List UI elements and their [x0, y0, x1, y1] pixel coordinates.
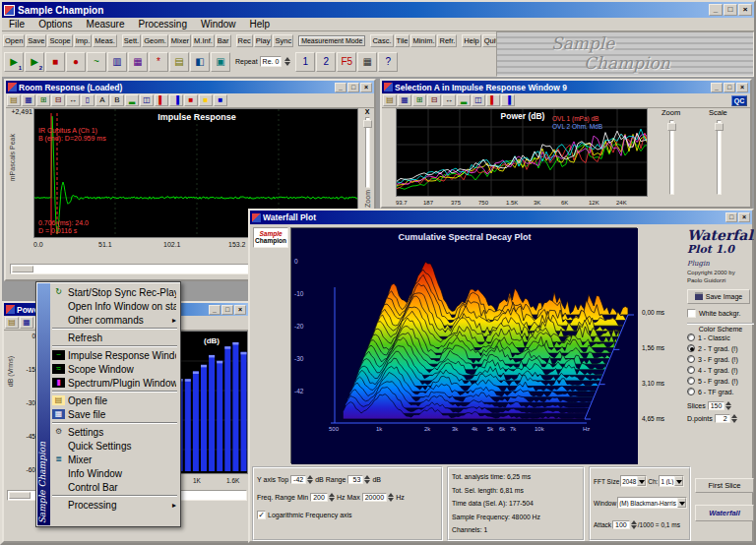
toolbar-extra-button-1[interactable]: 1 — [295, 52, 315, 72]
minimize-button[interactable]: _ — [335, 83, 346, 92]
room-tool-icon-13[interactable]: ■ — [184, 94, 198, 106]
toolbar-icon-button-9[interactable]: ▤ — [169, 52, 189, 72]
toolbar-button-meas[interactable]: Meas. — [93, 34, 116, 47]
spin-down-icon[interactable] — [284, 62, 290, 66]
toolbar-icon-button-2[interactable]: ▶2 — [25, 52, 44, 72]
zoom-slider[interactable] — [669, 120, 674, 195]
room-tool-icon-4[interactable]: ⊟ — [51, 94, 65, 106]
scrollbar-thumb[interactable] — [9, 492, 31, 499]
toolbar-icon-button-8[interactable]: * — [149, 52, 168, 72]
slices-spinner[interactable]: 150 — [708, 401, 732, 410]
toolbar-button-sync[interactable]: Sync — [273, 34, 293, 47]
sel-tool-icon-2[interactable]: ▦ — [398, 94, 411, 106]
menu-item-processing[interactable]: Processing▸ — [50, 498, 179, 512]
room-tool-icon-6[interactable]: ▯ — [81, 94, 94, 106]
menu-measure[interactable]: Measure — [80, 19, 132, 30]
toolbar-button-bar[interactable]: Bar — [216, 34, 231, 47]
spec-tool-icon-2[interactable]: ▦ — [20, 317, 33, 329]
maximize-button[interactable]: □ — [724, 4, 737, 16]
sel-tool-icon-9[interactable]: ▐ — [501, 94, 515, 106]
white-backgr-checkbox[interactable] — [687, 309, 696, 318]
menu-item-scope-window[interactable]: ≈Scope Window — [50, 362, 179, 376]
toolbar-extra-button-4[interactable]: ▦ — [357, 52, 377, 72]
toolbar-button-play[interactable]: Play — [254, 34, 273, 47]
sel-tool-icon-8[interactable]: ▌ — [486, 94, 500, 106]
fft-size-dropdown[interactable]: 2048 — [620, 475, 647, 487]
menu-item-mixer[interactable]: ≣Mixer — [50, 453, 179, 466]
max-freq-spinner[interactable]: 20000 — [362, 493, 394, 502]
close-button[interactable]: × — [234, 305, 246, 315]
menu-item-other-commands[interactable]: Other commands▸ — [50, 313, 179, 327]
room-tool-icon-5[interactable]: ↔ — [66, 94, 80, 106]
menu-options[interactable]: Options — [32, 19, 79, 30]
zoom-slider[interactable] — [365, 117, 370, 188]
menu-item-quick-settings[interactable]: Quick Settings — [50, 439, 179, 453]
menu-item-settings[interactable]: ⚙Settings — [50, 425, 179, 439]
menu-item-save-file[interactable]: ▦Save file — [50, 407, 179, 421]
dpoints-spinner[interactable]: 2 — [715, 414, 737, 423]
toolbar-icon-button-1[interactable]: ▶1 — [4, 52, 24, 72]
maximize-button[interactable]: □ — [724, 83, 735, 92]
qc-button[interactable]: QC — [731, 95, 747, 106]
room-tool-icon-2[interactable]: ▦ — [22, 94, 35, 106]
toolbar-extra-button-2[interactable]: 2 — [316, 52, 336, 72]
toolbar-button-sett[interactable]: Sett. — [122, 34, 141, 47]
menu-help[interactable]: Help — [243, 19, 278, 30]
toolbar-icon-button-6[interactable]: ▥ — [107, 52, 127, 72]
window-dropdown[interactable]: (M) Blackman-Harris — [617, 497, 687, 509]
waterfall-button[interactable]: Waterfall — [695, 505, 754, 521]
toolbar-button-geom[interactable]: Geom. — [142, 34, 168, 47]
room-tool-icon-11[interactable]: ▌ — [155, 94, 168, 106]
toolbar-button-refr[interactable]: Refr. — [437, 34, 457, 47]
sel-tool-icon-7[interactable]: ◫ — [472, 94, 485, 106]
menu-item-open-file[interactable]: ▤Open file — [50, 394, 179, 407]
minimize-button[interactable]: _ — [711, 83, 723, 92]
selection-titlebar[interactable]: Selection A in Impulse Response Window 9… — [382, 81, 750, 93]
toolbar-button-quit[interactable]: Quit — [482, 34, 496, 47]
menu-item-open-info-window-on-start[interactable]: Open Info Window on start — [50, 299, 179, 313]
room-tool-icon-9[interactable]: ▂ — [125, 94, 139, 106]
toolbar-button-save[interactable]: Save — [26, 34, 46, 47]
scale-slider[interactable] — [717, 120, 722, 195]
close-button[interactable]: × — [736, 83, 748, 92]
dropdown-arrow-icon[interactable] — [637, 476, 646, 486]
y-top-spinner[interactable]: -42 — [290, 475, 313, 484]
toolbar-button-mixer[interactable]: Mixer — [169, 34, 191, 47]
toolbar-icon-button-4[interactable]: ● — [66, 52, 86, 72]
toolbar-button-scope[interactable]: Scope — [47, 34, 72, 47]
toolbar-button-imp[interactable]: Imp. — [74, 34, 93, 47]
slider-thumb[interactable] — [715, 123, 724, 131]
spin-up-icon[interactable] — [284, 57, 290, 61]
range-spinner[interactable]: 53 — [347, 475, 370, 484]
maximize-button[interactable]: □ — [221, 305, 233, 315]
menu-file[interactable]: File — [2, 19, 32, 30]
menu-item-info-window[interactable]: Info Window — [50, 466, 179, 480]
min-freq-spinner[interactable]: 200 — [310, 493, 335, 502]
toolbar-button-open[interactable]: Open — [3, 34, 25, 47]
color-scheme-option-4[interactable]: 4 - T grad. (!) — [687, 365, 754, 376]
main-titlebar[interactable]: Sample Champion _ □ × — [2, 2, 754, 18]
toolbar-button-tile[interactable]: Tile — [395, 34, 410, 47]
color-scheme-option-5[interactable]: 5 - F grad. (!) — [687, 376, 754, 387]
room-tool-icon-12[interactable]: ▐ — [169, 94, 183, 106]
slider-thumb[interactable] — [667, 123, 676, 131]
room-tool-icon-3[interactable]: ⊞ — [36, 94, 50, 106]
room-tool-icon-8[interactable]: B — [110, 94, 124, 106]
toolbar-icon-button-5[interactable]: ~ — [87, 52, 106, 72]
close-button[interactable]: × — [738, 212, 750, 222]
toolbar-button-help[interactable]: Help — [462, 34, 480, 47]
menu-item-control-bar[interactable]: Control Bar — [50, 480, 179, 494]
spec-tool-icon-1[interactable]: ▤ — [5, 317, 19, 329]
toolbar-icon-button-10[interactable]: ◧ — [190, 52, 210, 72]
log-freq-checkbox[interactable]: ✓ — [257, 511, 266, 519]
toolbar-icon-button-3[interactable]: ■ — [45, 52, 65, 72]
slider-thumb[interactable] — [363, 120, 372, 128]
room-tool-icon-14[interactable]: ■ — [199, 94, 213, 106]
menu-item-impulse-response-window[interactable]: ~Impulse Response Window — [50, 348, 179, 362]
menu-item-spectrum-plugin-window[interactable]: ▮Spectrum/Plugin Window — [50, 376, 179, 390]
sel-tool-icon-4[interactable]: ⊟ — [427, 94, 441, 106]
menu-item-start-stop-sync-rec-play[interactable]: ↻Start/Stop Sync Rec-Play — [50, 285, 179, 299]
waterfall-titlebar[interactable]: Waterfall Plot □ × — [250, 211, 752, 224]
dropdown-arrow-icon[interactable] — [674, 476, 683, 486]
sel-tool-icon-5[interactable]: ↔ — [442, 94, 456, 106]
